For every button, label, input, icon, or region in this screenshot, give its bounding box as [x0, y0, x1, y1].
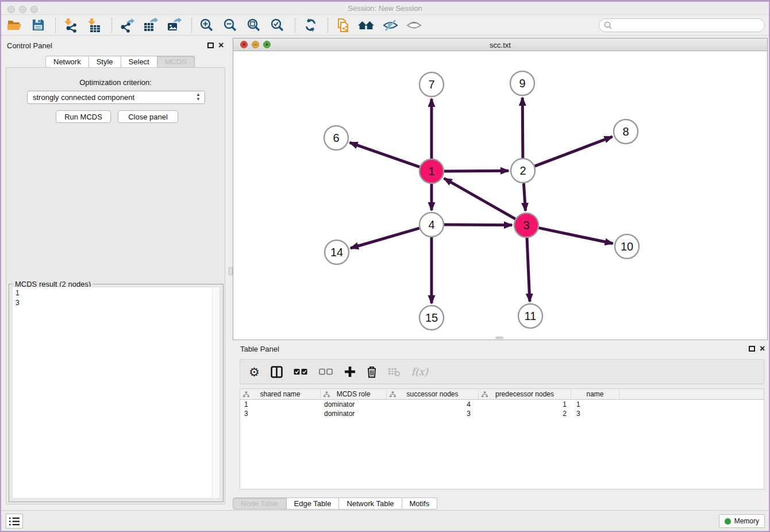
node-4[interactable]: 4 — [419, 213, 444, 237]
zoom-out-icon[interactable] — [222, 17, 239, 34]
edge-3-to-10[interactable] — [539, 228, 613, 244]
show-graphics-details-icon[interactable] — [405, 17, 422, 34]
edge-2-to-3[interactable] — [523, 183, 525, 211]
export-image-icon[interactable] — [165, 17, 183, 34]
memory-button[interactable]: Memory — [719, 514, 765, 528]
table-settings-icon[interactable]: ⚙ — [249, 366, 260, 378]
column-header-name[interactable]: name — [571, 389, 619, 399]
node-8[interactable]: 8 — [614, 119, 638, 144]
node-9[interactable]: 9 — [510, 71, 534, 95]
zoom-fit-icon[interactable] — [245, 17, 263, 34]
network-canvas[interactable]: 7968124314101511 — [233, 51, 767, 340]
zoom-in-icon[interactable] — [198, 17, 215, 34]
add-column-icon[interactable] — [344, 366, 356, 377]
node-14[interactable]: 14 — [325, 240, 349, 264]
column-header-MCDS-role[interactable]: MCDS role — [321, 389, 387, 399]
optimization-criterion-dropdown[interactable]: strongly connected component ▲▼ — [27, 91, 205, 104]
edge-1-to-2[interactable] — [444, 171, 509, 171]
result-scrollbar[interactable] — [212, 287, 220, 498]
column-layout-icon[interactable] — [271, 366, 283, 378]
save-session-icon[interactable] — [29, 17, 47, 34]
close-panel-icon[interactable]: × — [760, 345, 765, 353]
export-table-icon[interactable] — [142, 17, 159, 34]
mcds-panel: Optimization criterion: strongly connect… — [6, 67, 225, 504]
network-window-resize-grip[interactable] — [495, 337, 503, 339]
float-panel-icon[interactable] — [749, 346, 755, 352]
export-network-icon[interactable] — [118, 17, 136, 34]
import-network-icon[interactable] — [62, 17, 79, 34]
open-session-icon[interactable] — [6, 17, 23, 34]
tab-network-table[interactable]: Network Table — [339, 498, 402, 510]
node-1[interactable]: 1 — [419, 159, 444, 183]
memory-label: Memory — [734, 517, 759, 525]
edge-4-to-14[interactable] — [351, 228, 419, 248]
apply-function-icon[interactable]: f(x) — [411, 366, 428, 377]
edge-2-to-8[interactable] — [535, 137, 613, 166]
column-header-predecessor-nodes[interactable]: predecessor nodes — [479, 389, 571, 399]
mcds-result-box[interactable]: 13 — [12, 287, 220, 499]
zoom-selected-icon[interactable] — [269, 17, 286, 34]
edge-2-to-9[interactable] — [522, 98, 523, 158]
column-header-successor-nodes[interactable]: successor nodes — [387, 389, 479, 399]
table-row[interactable]: 1dominator411 — [240, 400, 764, 409]
table-cell[interactable]: 1 — [479, 400, 571, 409]
table-row[interactable]: 3dominator323 — [240, 409, 764, 418]
table-cell[interactable]: 1 — [571, 400, 619, 409]
edge-3-to-1[interactable] — [444, 178, 515, 219]
import-table-icon[interactable] — [86, 17, 103, 34]
column-header-shared-name[interactable]: shared name — [240, 389, 321, 399]
search-field[interactable] — [599, 18, 765, 32]
status-bar: Memory — [0, 510, 770, 531]
node-2[interactable]: 2 — [511, 159, 535, 183]
table-cell[interactable]: 2 — [479, 409, 571, 418]
hide-graphics-details-icon[interactable] — [382, 17, 399, 34]
select-all-rows-icon[interactable] — [294, 368, 308, 375]
float-panel-icon[interactable] — [207, 43, 214, 48]
deselect-all-rows-icon[interactable] — [319, 368, 333, 375]
node-label: 11 — [525, 310, 537, 322]
optimization-criterion-label: Optimization criterion: — [6, 78, 225, 87]
edge-1-to-6[interactable] — [350, 142, 420, 167]
table-cell[interactable]: 3 — [240, 409, 321, 418]
dropdown-value: strongly connected component — [33, 93, 134, 102]
tab-edge-table[interactable]: Edge Table — [287, 498, 340, 510]
run-mcds-button[interactable]: Run MCDS — [56, 110, 111, 123]
node-label: 9 — [519, 77, 525, 90]
node-label: 6 — [333, 132, 339, 144]
node-3[interactable]: 3 — [514, 213, 538, 237]
node-label: 14 — [330, 246, 343, 259]
table-panel-title: Table Panel — [240, 345, 279, 353]
tab-mcds[interactable]: MCDS — [157, 56, 195, 68]
table-cell[interactable]: 3 — [571, 409, 619, 418]
table-cell[interactable]: 4 — [387, 400, 479, 409]
tab-network[interactable]: Network — [45, 56, 89, 68]
panel-divider-grip[interactable] — [229, 267, 233, 275]
tab-style[interactable]: Style — [89, 56, 121, 68]
edge-4-to-3[interactable] — [444, 225, 512, 225]
home-view-icon[interactable] — [358, 17, 375, 34]
search-input[interactable] — [615, 21, 764, 29]
close-panel-button[interactable]: Close panel — [118, 110, 178, 123]
apply-layout-icon[interactable] — [302, 17, 319, 34]
delete-table-icon[interactable] — [388, 367, 401, 377]
delete-column-icon[interactable] — [367, 365, 377, 378]
close-panel-icon[interactable]: × — [218, 41, 224, 49]
tab-select[interactable]: Select — [121, 56, 157, 68]
toolbar-separator — [191, 18, 192, 33]
table-cell[interactable]: 3 — [387, 409, 479, 418]
node-15[interactable]: 15 — [419, 306, 444, 330]
clone-network-icon[interactable] — [334, 17, 352, 34]
node-11[interactable]: 11 — [518, 304, 542, 328]
node-label: 7 — [428, 78, 434, 91]
table-cell[interactable]: 1 — [240, 400, 321, 409]
node-7[interactable]: 7 — [419, 72, 444, 97]
node-10[interactable]: 10 — [615, 234, 639, 259]
task-history-button[interactable] — [6, 514, 23, 529]
tab-motifs[interactable]: Motifs — [402, 498, 438, 510]
network-window-titlebar[interactable]: × − + scc.txt — [233, 38, 767, 51]
tab-node-table[interactable]: Node Table — [233, 498, 287, 510]
node-6[interactable]: 6 — [324, 126, 348, 150]
edge-3-to-11[interactable] — [527, 238, 530, 302]
table-cell[interactable]: dominator — [321, 409, 387, 418]
table-cell[interactable]: dominator — [321, 400, 387, 409]
